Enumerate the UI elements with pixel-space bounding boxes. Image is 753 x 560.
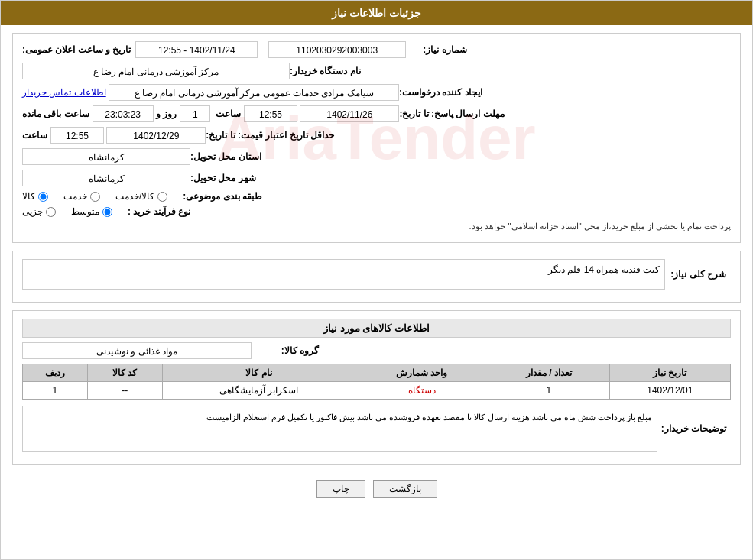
buyer-notes-value: مبلغ باز پرداخت شش ماه می باشد هزینه ارس…	[22, 406, 657, 452]
response-time-label: ساعت	[216, 108, 241, 119]
col-row-header: ردیف	[23, 364, 88, 382]
goods-group-label: گروه کالا:	[258, 345, 319, 356]
buyer-notes-row: توضیحات خریدار: مبلغ باز پرداخت شش ماه م…	[22, 406, 731, 452]
response-time-value: 12:55	[244, 105, 297, 122]
cell-name: اسکرابر آزمایشگاهی	[162, 382, 355, 400]
announce-date-label: تاریخ و ساعت اعلان عمومی:	[22, 44, 131, 55]
process-row: نوع فرآیند خرید : متوسط جزیی	[22, 206, 731, 217]
page-header: جزئیات اطلاعات نیاز	[1, 1, 752, 25]
goods-group-row: گروه کالا: مواد غذائی و نوشیدنی	[22, 342, 731, 359]
category-kala-khedmat-radio[interactable]	[157, 192, 167, 202]
desc-value: کیت فندبه همراه 14 قلم دیگر	[22, 259, 665, 290]
city-row: شهر محل تحویل: کرمانشاه	[22, 170, 731, 186]
creator-value: سیامک مرادی خدمات عمومی مرکز آموزشی درما…	[109, 84, 399, 101]
process-jozee-radio[interactable]	[46, 207, 56, 217]
cell-row: 1	[23, 382, 88, 400]
response-deadline-row: مهلت ارسال پاسخ: تا تاریخ: 1402/11/26 12…	[22, 105, 731, 122]
desc-row: شرح کلی نیاز: کیت فندبه همراه 14 قلم دیگ…	[22, 259, 731, 290]
cell-date: 1402/12/01	[609, 382, 730, 400]
category-kala-khedmat-label: کالا/خدمت	[115, 191, 154, 202]
price-validity-row: حداقل تاریخ اعتبار قیمت: تا تاریخ: 1402/…	[22, 127, 731, 144]
goods-table: تاریخ نیاز تعداد / مقدار واحد شمارش نام …	[22, 364, 731, 400]
category-kala-label: کالا	[22, 191, 35, 202]
category-kala-radio[interactable]	[38, 192, 48, 202]
buyer-org-value: مرکز آموزشی درمانی امام رضا ع	[22, 63, 290, 79]
city-label: شهر محل تحویل:	[190, 173, 256, 183]
footer-buttons: بازگشت چاپ	[12, 472, 741, 506]
creator-label: ایجاد کننده درخواست:	[399, 87, 482, 98]
contact-link[interactable]: اطلاعات تماس خریدار	[22, 87, 106, 98]
back-button[interactable]: بازگشت	[373, 480, 437, 498]
goods-group-value: مواد غذائی و نوشیدنی	[22, 342, 252, 359]
response-countdown-label: ساعت باقی مانده	[22, 108, 89, 119]
response-day-label: روز و	[156, 108, 177, 119]
col-qty-header: تعداد / مقدار	[488, 364, 609, 382]
desc-label: شرح کلی نیاز:	[665, 269, 726, 280]
buyer-org-row: نام دستگاه خریدار: مرکز آموزشی درمانی ام…	[22, 63, 731, 79]
category-kala-item: کالا	[22, 191, 48, 202]
category-row: طبقه بندی موضوعی: کالا/خدمت خدمت کالا	[22, 191, 731, 202]
goods-section: اطلاعات کالاهای مورد نیاز گروه کالا: موا…	[12, 310, 741, 465]
province-row: استان محل تحویل: کرمانشاه	[22, 148, 731, 165]
col-unit-header: واحد شمارش	[355, 364, 488, 382]
table-row: 1402/12/01 1 دستگاه اسکرابر آزمایشگاهی -…	[23, 382, 731, 400]
category-kala-khedmat-item: کالا/خدمت	[115, 191, 167, 202]
cell-code: --	[87, 382, 162, 400]
price-validity-label: حداقل تاریخ اعتبار قیمت: تا تاریخ:	[206, 130, 334, 141]
process-notice: پرداخت تمام یا بخشی از مبلغ خرید،از محل …	[22, 222, 731, 231]
creator-row: ایجاد کننده درخواست: سیامک مرادی خدمات ع…	[22, 84, 731, 101]
goods-section-title: اطلاعات کالاهای مورد نیاز	[22, 319, 731, 338]
need-number-row: شماره نیاز: 1102030292003003 1402/11/24 …	[22, 41, 731, 58]
col-code-header: کد کالا	[87, 364, 162, 382]
process-jozee-item: جزیی	[22, 206, 56, 217]
province-value: کرمانشاه	[22, 148, 190, 165]
col-date-header: تاریخ نیاز	[609, 364, 730, 382]
response-deadline-label: مهلت ارسال پاسخ: تا تاریخ:	[399, 108, 504, 119]
cell-qty: 1	[488, 382, 609, 400]
print-button[interactable]: چاپ	[316, 480, 365, 498]
response-day-value: 1	[180, 105, 210, 122]
city-value: کرمانشاه	[22, 170, 190, 186]
cell-unit: دستگاه	[355, 382, 488, 400]
category-khedmat-item: خدمت	[63, 191, 100, 202]
category-khedmat-radio[interactable]	[90, 192, 100, 202]
price-time-value: 12:55	[50, 127, 104, 144]
category-label: طبقه بندی موضوعی:	[183, 191, 262, 202]
col-name-header: نام کالا	[162, 364, 355, 382]
price-time-label: ساعت	[22, 130, 47, 141]
buyer-notes-label: توضیحات خریدار:	[657, 423, 726, 434]
response-countdown-value: 23:03:23	[93, 105, 154, 122]
process-motevaset-label: متوسط	[71, 206, 99, 217]
announce-date-value: 1402/11/24 - 12:55	[135, 41, 258, 58]
desc-section: شرح کلی نیاز: کیت فندبه همراه 14 قلم دیگ…	[12, 251, 741, 303]
need-number-label: شماره نیاز:	[406, 44, 467, 55]
province-label: استان محل تحویل:	[190, 151, 261, 162]
category-khedmat-label: خدمت	[63, 191, 87, 202]
process-type-label: نوع فرآیند خرید :	[128, 206, 190, 217]
price-date-value: 1402/12/29	[106, 127, 206, 144]
process-motevaset-radio[interactable]	[102, 207, 112, 217]
main-info-section: AriaTender شماره نیاز: 1102030292003003 …	[12, 33, 741, 243]
process-motevaset-item: متوسط	[71, 206, 112, 217]
process-jozee-label: جزیی	[22, 206, 43, 217]
buyer-org-label: نام دستگاه خریدار:	[290, 66, 361, 76]
need-number-value: 1102030292003003	[268, 41, 406, 58]
response-date-value: 1402/11/26	[300, 105, 399, 122]
